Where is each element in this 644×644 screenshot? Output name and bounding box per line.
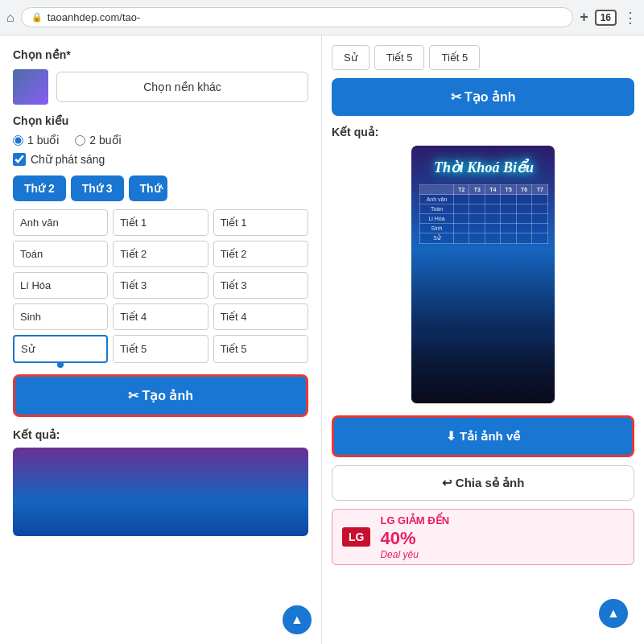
- session-radio-group: 1 buổi 2 buổi: [13, 134, 308, 147]
- right-tab-su[interactable]: Sử: [332, 45, 369, 70]
- left-panel: Chọn nền* Chọn nền khác Chọn kiểu 1 buổi…: [0, 35, 322, 644]
- bg-thumbnail: [13, 69, 48, 105]
- subject-5-1[interactable]: [13, 335, 108, 363]
- day-tab-3[interactable]: Thứ 3: [71, 175, 124, 201]
- day-tab-2[interactable]: Thứ 2: [13, 175, 66, 201]
- table-row: Anh văn: [420, 195, 548, 204]
- menu-button[interactable]: ⋮: [623, 9, 638, 27]
- day-tabs-container: Thứ 2 Thứ 3 Thứ·: [13, 175, 308, 201]
- ad-content: LG GIẢM ĐẾN 40% Deal yêu: [380, 514, 449, 560]
- ad-percent: 40%: [380, 528, 449, 549]
- row-label-3: Li Hóa: [420, 214, 454, 224]
- radio-1-text: 1 buổi: [27, 134, 59, 147]
- radio-2-buoi[interactable]: [75, 135, 85, 146]
- scroll-up-button-right[interactable]: ▲: [599, 599, 628, 628]
- day-tab-4[interactable]: Thứ·: [129, 175, 167, 201]
- url-text: taoanhdep.com/tao-: [47, 11, 141, 23]
- radio-1-buoi[interactable]: [13, 135, 23, 146]
- share-button[interactable]: ↩ Chia sẻ ảnh: [332, 465, 634, 501]
- ad-banner: LG LG GIẢM ĐẾN 40% Deal yêu: [332, 509, 634, 565]
- subject-4-3[interactable]: [213, 303, 308, 330]
- col-header-blank: [420, 185, 454, 195]
- radio-2-text: 2 buổi: [89, 134, 121, 147]
- scroll-up-button-left[interactable]: ▲: [283, 605, 312, 634]
- row-label-5: Sử: [420, 233, 454, 244]
- table-row: Sinh: [420, 224, 548, 233]
- col-t2: T2: [454, 185, 469, 195]
- radio-1-label[interactable]: 1 buổi: [13, 134, 59, 147]
- col-t4: T4: [485, 185, 500, 195]
- radio-2-label[interactable]: 2 buổi: [75, 134, 121, 147]
- row-label-1: Anh văn: [420, 195, 454, 204]
- ad-logo: LG: [342, 527, 370, 547]
- glow-checkbox[interactable]: [13, 153, 26, 166]
- table-row: Sử: [420, 233, 548, 244]
- table-row: Li Hóa: [420, 214, 548, 224]
- cursor-dot: [57, 361, 64, 368]
- subject-3-2[interactable]: [113, 272, 208, 299]
- result-preview-left: [13, 448, 308, 536]
- subject-3-3[interactable]: [213, 272, 308, 299]
- style-section-label: Chọn kiểu: [13, 114, 308, 127]
- row-label-4: Sinh: [420, 224, 454, 233]
- bg-chooser: Chọn nền khác: [13, 69, 308, 105]
- glow-label: Chữ phát sáng: [31, 153, 105, 166]
- browser-bar: ⌂ 🔒 taoanhdep.com/tao- + 16 ⋮: [0, 0, 644, 35]
- col-t5: T5: [501, 185, 516, 195]
- tab-count[interactable]: 16: [595, 10, 617, 26]
- create-image-button-right[interactable]: ✂ Tạo ảnh: [332, 78, 634, 116]
- subject-5-2[interactable]: [113, 335, 208, 363]
- right-panel: Sử Tiết 5 Tiết 5 ✂ Tạo ảnh Kết quả: Thời…: [322, 35, 644, 644]
- create-image-button-left[interactable]: ✂ Tạo ảnh: [13, 374, 308, 417]
- choose-bg-button[interactable]: Chọn nền khác: [56, 72, 308, 102]
- subject-2-1[interactable]: [13, 241, 108, 267]
- subject-grid: [13, 209, 308, 363]
- new-tab-button[interactable]: +: [580, 9, 588, 26]
- row-label-2: Toán: [420, 204, 454, 214]
- subject-2-2[interactable]: [113, 241, 208, 267]
- subject-5-1-wrapper: [13, 335, 108, 363]
- schedule-title: Thời Khoá Biểu: [434, 159, 534, 176]
- home-icon[interactable]: ⌂: [6, 10, 14, 25]
- result-label-right: Kết quả:: [332, 126, 634, 138]
- subject-1-1[interactable]: [13, 209, 108, 236]
- subject-5-3[interactable]: [213, 335, 308, 363]
- right-tab-tiet5-1[interactable]: Tiết 5: [374, 45, 425, 70]
- schedule-table: T2 T3 T4 T5 T6 T7 Anh văn: [419, 184, 548, 244]
- subject-2-3[interactable]: [213, 241, 308, 267]
- right-tab-tiet5-2[interactable]: Tiết 5: [429, 45, 480, 70]
- col-t7: T7: [532, 185, 548, 195]
- result-preview-image-left: [13, 448, 308, 536]
- glow-checkbox-item[interactable]: Chữ phát sáng: [13, 153, 308, 166]
- subject-1-2[interactable]: [113, 209, 208, 236]
- schedule-preview: Thời Khoá Biểu T2 T3 T4 T5 T6 T7: [411, 145, 555, 404]
- city-background: [411, 339, 555, 403]
- table-row: Toán: [420, 204, 548, 214]
- subject-3-1[interactable]: [13, 272, 108, 299]
- col-t3: T3: [469, 185, 485, 195]
- bg-section-label: Chọn nền*: [13, 48, 308, 61]
- download-button[interactable]: ⬇ Tải ảnh về: [332, 415, 634, 457]
- ad-text: LG GIẢM ĐẾN: [380, 514, 449, 528]
- ad-sub: Deal yêu: [380, 549, 449, 560]
- right-top-tabs: Sử Tiết 5 Tiết 5: [332, 45, 634, 70]
- subject-1-3[interactable]: [213, 209, 308, 236]
- result-label-left: Kết quả:: [13, 428, 308, 441]
- subject-4-2[interactable]: [113, 303, 208, 330]
- subject-4-1[interactable]: [13, 303, 108, 330]
- schedule-image: Thời Khoá Biểu T2 T3 T4 T5 T6 T7: [411, 146, 555, 403]
- address-bar[interactable]: 🔒 taoanhdep.com/tao-: [21, 7, 573, 27]
- col-t6: T6: [516, 185, 531, 195]
- lock-icon: 🔒: [31, 12, 43, 23]
- main-content: Chọn nền* Chọn nền khác Chọn kiểu 1 buổi…: [0, 35, 644, 644]
